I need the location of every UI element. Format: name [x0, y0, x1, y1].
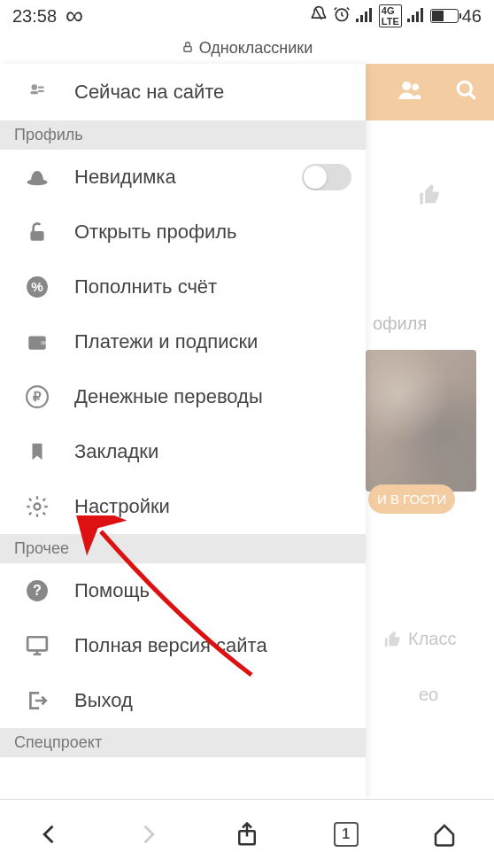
infinity-icon: ∞ — [66, 2, 83, 30]
hat-icon — [23, 163, 51, 191]
network-type-icon: 4GLTE — [379, 4, 402, 27]
status-bar: 23:58 ∞ 4GLTE 46 — [0, 0, 494, 32]
forward-button[interactable] — [128, 815, 167, 854]
svg-rect-22 — [41, 341, 47, 345]
signal-icon-2 — [407, 6, 425, 27]
search-icon[interactable] — [455, 79, 478, 105]
friends-icon[interactable] — [397, 77, 423, 107]
wallet-icon — [23, 328, 51, 356]
menu-item-label: Настройки — [74, 495, 366, 518]
svg-rect-2 — [360, 15, 363, 22]
alarm-icon — [333, 5, 351, 27]
menu-item-label: Полная версия сайта — [74, 634, 366, 657]
svg-rect-15 — [38, 87, 44, 89]
like-icon[interactable] — [366, 182, 494, 207]
menu-item-exit[interactable]: Выход — [0, 673, 366, 728]
menu-item-settings[interactable]: Настройки — [0, 479, 366, 534]
menu-item-label: Выход — [74, 689, 366, 712]
svg-point-25 — [35, 504, 41, 510]
menu-item-full-site[interactable]: Полная версия сайта — [0, 618, 366, 673]
svg-text:₽: ₽ — [33, 389, 42, 404]
svg-rect-4 — [369, 8, 372, 22]
menu-item-label: Помощь — [74, 579, 366, 602]
background-content: офиля И В ГОСТИ Класс ео — [366, 64, 494, 799]
menu-item-open-profile[interactable]: Открыть профиль — [0, 205, 366, 260]
navigation-drawer: Сейчас на сайте Профиль Невидимка Открыт… — [0, 64, 366, 799]
svg-point-12 — [458, 81, 471, 95]
tabs-button[interactable]: 1 — [327, 815, 366, 854]
svg-rect-8 — [421, 8, 423, 22]
menu-item-payments[interactable]: Платежи и подписки — [0, 314, 366, 369]
bookmark-icon — [23, 438, 51, 466]
section-header-other: Прочее — [0, 534, 366, 563]
svg-point-11 — [413, 84, 420, 91]
svg-rect-3 — [365, 12, 367, 22]
exit-icon — [23, 686, 51, 715]
menu-item-invisible[interactable]: Невидимка — [0, 150, 366, 205]
menu-item-online-now[interactable]: Сейчас на сайте — [0, 64, 366, 120]
svg-rect-16 — [38, 90, 44, 92]
svg-rect-18 — [30, 231, 43, 241]
menu-item-label: Закладки — [74, 440, 366, 463]
menu-item-label: Сейчас на сайте — [74, 81, 366, 104]
bg-photo[interactable] — [366, 350, 476, 492]
bg-fragment: ео — [366, 685, 494, 705]
menu-item-label: Денежные переводы — [74, 385, 366, 408]
menu-item-label: Пополнить счёт — [74, 275, 366, 298]
svg-rect-6 — [412, 15, 414, 22]
share-button[interactable] — [228, 815, 266, 854]
status-time: 23:58 — [12, 6, 57, 27]
unlock-icon — [23, 218, 51, 246]
online-now-icon — [23, 78, 51, 106]
signal-icon — [356, 6, 374, 27]
browser-title-bar: Одноклассники — [0, 32, 494, 64]
svg-point-10 — [402, 81, 411, 90]
menu-item-bookmarks[interactable]: Закладки — [0, 424, 366, 479]
vibrate-icon — [310, 5, 328, 27]
back-button[interactable] — [30, 815, 69, 854]
svg-rect-9 — [184, 46, 191, 51]
menu-item-topup[interactable]: % Пополнить счёт — [0, 260, 366, 314]
home-button[interactable] — [425, 815, 464, 854]
monitor-icon — [23, 632, 51, 660]
svg-rect-14 — [30, 91, 38, 94]
menu-item-label: Платежи и подписки — [74, 330, 366, 353]
svg-point-13 — [32, 84, 38, 90]
menu-item-help[interactable]: ? Помощь — [0, 563, 366, 618]
ruble-icon: ₽ — [23, 383, 51, 411]
gear-icon — [23, 492, 51, 521]
invisible-toggle[interactable] — [302, 164, 351, 190]
svg-rect-1 — [356, 19, 359, 22]
menu-item-label: Открыть профиль — [74, 221, 366, 244]
visit-button[interactable]: И В ГОСТИ — [368, 484, 455, 514]
lock-icon — [181, 39, 194, 58]
section-header-special: Спецпроект — [0, 728, 366, 757]
battery-percent: 46 — [462, 6, 482, 27]
menu-item-transfers[interactable]: ₽ Денежные переводы — [0, 369, 366, 424]
svg-rect-7 — [416, 12, 419, 22]
help-icon: ? — [23, 577, 51, 605]
class-button[interactable]: Класс — [366, 629, 494, 649]
svg-rect-5 — [407, 19, 410, 22]
browser-bottom-bar: 1 — [0, 799, 494, 868]
tab-count: 1 — [342, 826, 350, 842]
section-header-profile: Профиль — [0, 120, 366, 150]
menu-item-label: Невидимка — [74, 166, 279, 189]
topup-icon: % — [23, 273, 51, 301]
page-title: Одноклассники — [199, 39, 313, 58]
svg-rect-28 — [27, 637, 47, 650]
battery-indicator: 46 — [430, 6, 482, 27]
bg-profile-text: офиля — [366, 314, 494, 334]
svg-text:?: ? — [33, 582, 42, 598]
svg-text:%: % — [31, 279, 43, 294]
